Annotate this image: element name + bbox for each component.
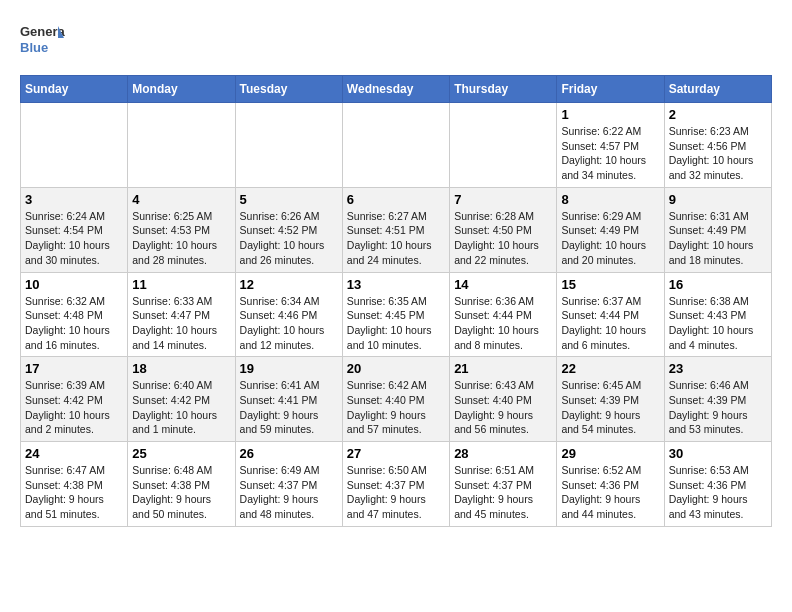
cell-text: Sunrise: 6:22 AM Sunset: 4:57 PM Dayligh…	[561, 124, 659, 183]
day-number: 2	[669, 107, 767, 122]
calendar-cell: 3Sunrise: 6:24 AM Sunset: 4:54 PM Daylig…	[21, 187, 128, 272]
day-number: 7	[454, 192, 552, 207]
day-number: 16	[669, 277, 767, 292]
day-number: 14	[454, 277, 552, 292]
calendar-cell: 10Sunrise: 6:32 AM Sunset: 4:48 PM Dayli…	[21, 272, 128, 357]
calendar-week-row: 1Sunrise: 6:22 AM Sunset: 4:57 PM Daylig…	[21, 103, 772, 188]
cell-text: Sunrise: 6:34 AM Sunset: 4:46 PM Dayligh…	[240, 294, 338, 353]
svg-text:Blue: Blue	[20, 40, 48, 55]
cell-text: Sunrise: 6:36 AM Sunset: 4:44 PM Dayligh…	[454, 294, 552, 353]
calendar-week-row: 3Sunrise: 6:24 AM Sunset: 4:54 PM Daylig…	[21, 187, 772, 272]
calendar-cell: 27Sunrise: 6:50 AM Sunset: 4:37 PM Dayli…	[342, 442, 449, 527]
cell-text: Sunrise: 6:40 AM Sunset: 4:42 PM Dayligh…	[132, 378, 230, 437]
day-number: 18	[132, 361, 230, 376]
calendar-cell: 22Sunrise: 6:45 AM Sunset: 4:39 PM Dayli…	[557, 357, 664, 442]
day-number: 29	[561, 446, 659, 461]
calendar-cell: 26Sunrise: 6:49 AM Sunset: 4:37 PM Dayli…	[235, 442, 342, 527]
calendar-cell: 4Sunrise: 6:25 AM Sunset: 4:53 PM Daylig…	[128, 187, 235, 272]
day-number: 25	[132, 446, 230, 461]
cell-text: Sunrise: 6:35 AM Sunset: 4:45 PM Dayligh…	[347, 294, 445, 353]
calendar-cell: 29Sunrise: 6:52 AM Sunset: 4:36 PM Dayli…	[557, 442, 664, 527]
weekday-header: Tuesday	[235, 76, 342, 103]
day-number: 27	[347, 446, 445, 461]
day-number: 22	[561, 361, 659, 376]
calendar-cell: 23Sunrise: 6:46 AM Sunset: 4:39 PM Dayli…	[664, 357, 771, 442]
day-number: 11	[132, 277, 230, 292]
calendar-cell: 5Sunrise: 6:26 AM Sunset: 4:52 PM Daylig…	[235, 187, 342, 272]
day-number: 17	[25, 361, 123, 376]
day-number: 13	[347, 277, 445, 292]
calendar-cell	[21, 103, 128, 188]
calendar-cell	[342, 103, 449, 188]
calendar-cell: 8Sunrise: 6:29 AM Sunset: 4:49 PM Daylig…	[557, 187, 664, 272]
cell-text: Sunrise: 6:32 AM Sunset: 4:48 PM Dayligh…	[25, 294, 123, 353]
day-number: 15	[561, 277, 659, 292]
cell-text: Sunrise: 6:47 AM Sunset: 4:38 PM Dayligh…	[25, 463, 123, 522]
cell-text: Sunrise: 6:43 AM Sunset: 4:40 PM Dayligh…	[454, 378, 552, 437]
cell-text: Sunrise: 6:26 AM Sunset: 4:52 PM Dayligh…	[240, 209, 338, 268]
day-number: 12	[240, 277, 338, 292]
cell-text: Sunrise: 6:53 AM Sunset: 4:36 PM Dayligh…	[669, 463, 767, 522]
weekday-header-row: SundayMondayTuesdayWednesdayThursdayFrid…	[21, 76, 772, 103]
day-number: 23	[669, 361, 767, 376]
calendar-cell: 16Sunrise: 6:38 AM Sunset: 4:43 PM Dayli…	[664, 272, 771, 357]
calendar-cell: 17Sunrise: 6:39 AM Sunset: 4:42 PM Dayli…	[21, 357, 128, 442]
day-number: 5	[240, 192, 338, 207]
calendar-cell: 11Sunrise: 6:33 AM Sunset: 4:47 PM Dayli…	[128, 272, 235, 357]
weekday-header: Sunday	[21, 76, 128, 103]
day-number: 24	[25, 446, 123, 461]
cell-text: Sunrise: 6:38 AM Sunset: 4:43 PM Dayligh…	[669, 294, 767, 353]
calendar-cell	[235, 103, 342, 188]
calendar-cell: 21Sunrise: 6:43 AM Sunset: 4:40 PM Dayli…	[450, 357, 557, 442]
cell-text: Sunrise: 6:51 AM Sunset: 4:37 PM Dayligh…	[454, 463, 552, 522]
cell-text: Sunrise: 6:45 AM Sunset: 4:39 PM Dayligh…	[561, 378, 659, 437]
calendar-cell: 2Sunrise: 6:23 AM Sunset: 4:56 PM Daylig…	[664, 103, 771, 188]
day-number: 10	[25, 277, 123, 292]
calendar-week-row: 17Sunrise: 6:39 AM Sunset: 4:42 PM Dayli…	[21, 357, 772, 442]
calendar-cell: 9Sunrise: 6:31 AM Sunset: 4:49 PM Daylig…	[664, 187, 771, 272]
cell-text: Sunrise: 6:52 AM Sunset: 4:36 PM Dayligh…	[561, 463, 659, 522]
weekday-header: Thursday	[450, 76, 557, 103]
calendar-cell: 20Sunrise: 6:42 AM Sunset: 4:40 PM Dayli…	[342, 357, 449, 442]
calendar-cell: 14Sunrise: 6:36 AM Sunset: 4:44 PM Dayli…	[450, 272, 557, 357]
calendar-table: SundayMondayTuesdayWednesdayThursdayFrid…	[20, 75, 772, 527]
day-number: 30	[669, 446, 767, 461]
day-number: 28	[454, 446, 552, 461]
logo: General Blue	[20, 20, 65, 65]
calendar-cell: 28Sunrise: 6:51 AM Sunset: 4:37 PM Dayli…	[450, 442, 557, 527]
calendar-cell: 7Sunrise: 6:28 AM Sunset: 4:50 PM Daylig…	[450, 187, 557, 272]
cell-text: Sunrise: 6:46 AM Sunset: 4:39 PM Dayligh…	[669, 378, 767, 437]
day-number: 1	[561, 107, 659, 122]
calendar-cell: 19Sunrise: 6:41 AM Sunset: 4:41 PM Dayli…	[235, 357, 342, 442]
cell-text: Sunrise: 6:31 AM Sunset: 4:49 PM Dayligh…	[669, 209, 767, 268]
day-number: 20	[347, 361, 445, 376]
weekday-header: Monday	[128, 76, 235, 103]
calendar-cell: 12Sunrise: 6:34 AM Sunset: 4:46 PM Dayli…	[235, 272, 342, 357]
weekday-header: Wednesday	[342, 76, 449, 103]
day-number: 9	[669, 192, 767, 207]
cell-text: Sunrise: 6:49 AM Sunset: 4:37 PM Dayligh…	[240, 463, 338, 522]
calendar-week-row: 24Sunrise: 6:47 AM Sunset: 4:38 PM Dayli…	[21, 442, 772, 527]
cell-text: Sunrise: 6:29 AM Sunset: 4:49 PM Dayligh…	[561, 209, 659, 268]
cell-text: Sunrise: 6:42 AM Sunset: 4:40 PM Dayligh…	[347, 378, 445, 437]
cell-text: Sunrise: 6:39 AM Sunset: 4:42 PM Dayligh…	[25, 378, 123, 437]
cell-text: Sunrise: 6:25 AM Sunset: 4:53 PM Dayligh…	[132, 209, 230, 268]
calendar-cell: 6Sunrise: 6:27 AM Sunset: 4:51 PM Daylig…	[342, 187, 449, 272]
cell-text: Sunrise: 6:41 AM Sunset: 4:41 PM Dayligh…	[240, 378, 338, 437]
cell-text: Sunrise: 6:23 AM Sunset: 4:56 PM Dayligh…	[669, 124, 767, 183]
calendar-cell: 24Sunrise: 6:47 AM Sunset: 4:38 PM Dayli…	[21, 442, 128, 527]
day-number: 21	[454, 361, 552, 376]
day-number: 26	[240, 446, 338, 461]
calendar-cell: 25Sunrise: 6:48 AM Sunset: 4:38 PM Dayli…	[128, 442, 235, 527]
weekday-header: Friday	[557, 76, 664, 103]
calendar-cell	[128, 103, 235, 188]
header: General Blue	[20, 20, 772, 65]
calendar-cell: 15Sunrise: 6:37 AM Sunset: 4:44 PM Dayli…	[557, 272, 664, 357]
day-number: 19	[240, 361, 338, 376]
cell-text: Sunrise: 6:33 AM Sunset: 4:47 PM Dayligh…	[132, 294, 230, 353]
cell-text: Sunrise: 6:48 AM Sunset: 4:38 PM Dayligh…	[132, 463, 230, 522]
calendar-cell: 18Sunrise: 6:40 AM Sunset: 4:42 PM Dayli…	[128, 357, 235, 442]
calendar-cell	[450, 103, 557, 188]
cell-text: Sunrise: 6:28 AM Sunset: 4:50 PM Dayligh…	[454, 209, 552, 268]
day-number: 8	[561, 192, 659, 207]
